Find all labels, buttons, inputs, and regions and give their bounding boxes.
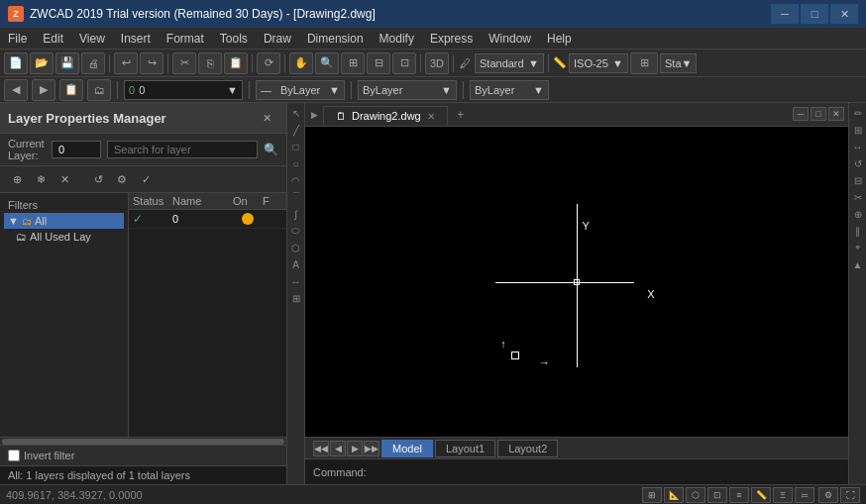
model-tab[interactable]: Model [381, 440, 433, 457]
open-btn[interactable]: 📂 [30, 52, 54, 74]
polar-btn[interactable]: ⬡ [686, 487, 705, 503]
menu-modify[interactable]: Modify [372, 28, 422, 49]
canvas-close-btn[interactable]: ✕ [828, 107, 844, 121]
ellipse-tool[interactable]: ⬭ [288, 223, 304, 239]
pan-btn[interactable]: ✋ [289, 52, 313, 74]
menu-view[interactable]: View [71, 28, 113, 49]
menu-express[interactable]: Express [422, 28, 481, 49]
maximize-button[interactable]: □ [801, 4, 828, 24]
menu-file[interactable]: File [0, 28, 35, 49]
hatch-tool[interactable]: ⬡ [288, 240, 304, 255]
osnap-btn[interactable]: ⊡ [707, 487, 727, 503]
dyn-btn[interactable]: Ξ [773, 487, 793, 503]
filter-used-item[interactable]: 🗂 All Used Lay [4, 229, 124, 245]
panel-close-button[interactable]: ✕ [255, 107, 278, 129]
save-btn[interactable]: 💾 [55, 52, 79, 74]
panel-hscroll[interactable] [0, 437, 286, 445]
polyline-tool[interactable]: ⌒ [288, 189, 304, 205]
new-freeze-layer-btn[interactable]: ❄ [30, 169, 52, 189]
text-tool[interactable]: A [288, 256, 304, 272]
close-window-button[interactable]: ✕ [830, 4, 858, 24]
layer-row-0[interactable]: ✓ 0 [129, 210, 286, 229]
redo-btn[interactable]: ↪ [140, 52, 163, 74]
settings-btn[interactable]: ⚙ [111, 169, 133, 189]
layout1-tab[interactable]: Layout1 [435, 440, 495, 457]
menu-dimension[interactable]: Dimension [299, 28, 372, 49]
3d-btn[interactable]: 3D [425, 52, 449, 74]
extra-dropdown[interactable]: Sta▼ [660, 53, 697, 73]
layout2-tab[interactable]: Layout2 [497, 440, 558, 457]
apply-btn[interactable]: ✓ [135, 169, 157, 189]
lineweight-btn[interactable]: ═ [795, 487, 814, 503]
right-tool-1[interactable]: ✏ [850, 105, 866, 121]
minimize-button[interactable]: ─ [771, 4, 799, 24]
spline-tool[interactable]: ∫ [288, 206, 304, 222]
new-layer-btn[interactable]: ⊕ [6, 169, 28, 189]
filter-all-item[interactable]: ▼ 🗂 All [4, 213, 124, 229]
canvas-max-btn[interactable]: □ [811, 107, 826, 121]
print-btn[interactable]: 🖨 [81, 52, 105, 74]
bylayer-color-dropdown[interactable]: — ByLayer▼ [256, 80, 345, 100]
invert-filter-checkbox[interactable] [8, 450, 20, 461]
otrack-btn[interactable]: ≡ [729, 487, 749, 503]
zoom-btn[interactable]: 🔍 [315, 52, 339, 74]
override-btn[interactable]: ⊞ [630, 52, 658, 74]
right-tool-9[interactable]: ⌖ [850, 240, 866, 255]
tab-nav-prev[interactable]: ◀ [330, 441, 346, 456]
tab-close-icon[interactable]: ✕ [427, 111, 435, 122]
menu-draw[interactable]: Draw [256, 28, 299, 49]
zoom-win-btn[interactable]: ⊞ [341, 52, 365, 74]
dimstyle-dropdown[interactable]: ISO-25▼ [569, 53, 628, 73]
menu-insert[interactable]: Insert [113, 28, 159, 49]
command-input[interactable] [375, 466, 840, 478]
arc-tool[interactable]: ◠ [288, 172, 304, 188]
circle-tool[interactable]: ○ [288, 155, 304, 171]
undo-btn[interactable]: ↩ [114, 52, 138, 74]
menu-help[interactable]: Help [539, 28, 580, 49]
ortho-btn[interactable]: 📐 [664, 487, 684, 503]
layer-state-btn[interactable]: 📋 [59, 79, 83, 101]
tab-drawing2[interactable]: 🗒 Drawing2.dwg ✕ [323, 106, 448, 126]
new-tab-icon[interactable]: + [457, 108, 464, 122]
layer-select-dropdown[interactable]: 0 0 ▼ [124, 80, 243, 100]
paste-btn[interactable]: 📋 [224, 52, 248, 74]
right-tool-2[interactable]: ⊞ [850, 122, 866, 138]
menu-tools[interactable]: Tools [212, 28, 256, 49]
delete-layer-btn[interactable]: ✕ [54, 169, 75, 189]
right-tool-4[interactable]: ↺ [850, 155, 866, 171]
canvas-min-btn[interactable]: ─ [793, 107, 809, 121]
snap-btn[interactable]: ⊞ [642, 487, 662, 503]
copy-btn[interactable]: ⎘ [198, 52, 222, 74]
new-btn[interactable]: 📄 [4, 52, 28, 74]
right-tool-6[interactable]: ✂ [850, 189, 866, 205]
right-tool-10[interactable]: ▲ [850, 256, 866, 272]
right-tool-8[interactable]: ∥ [850, 223, 866, 239]
menu-edit[interactable]: Edit [35, 28, 71, 49]
bylayer-line-dropdown[interactable]: ByLayer▼ [358, 80, 457, 100]
match-prop-btn[interactable]: ⟳ [257, 52, 280, 74]
layer-next-btn[interactable]: ▶ [32, 79, 55, 101]
bylayer-lw-dropdown[interactable]: ByLayer▼ [470, 80, 549, 100]
rect-tool[interactable]: □ [288, 139, 304, 154]
style-dropdown[interactable]: Standard▼ [475, 53, 544, 73]
tab-nav-next[interactable]: ▶ [347, 441, 363, 456]
drawing-canvas[interactable]: Y X ↑ → [305, 127, 848, 437]
search-layer-input[interactable] [107, 141, 258, 158]
fullscreen-btn[interactable]: ⛶ [840, 487, 860, 503]
ducs-btn[interactable]: 📏 [751, 487, 771, 503]
menu-format[interactable]: Format [159, 28, 212, 49]
line-tool[interactable]: ╱ [288, 122, 304, 138]
right-tool-7[interactable]: ⊕ [850, 206, 866, 222]
block-tool[interactable]: ⊞ [288, 290, 304, 306]
tab-nav-first[interactable]: ◀◀ [313, 441, 329, 456]
refresh-btn[interactable]: ↺ [87, 169, 109, 189]
right-tool-3[interactable]: ↔ [850, 139, 866, 154]
menu-window[interactable]: Window [481, 28, 539, 49]
tab-nav-last[interactable]: ▶▶ [364, 441, 379, 456]
zoom-prev-btn[interactable]: ⊟ [367, 52, 390, 74]
select-tool[interactable]: ↖ [288, 105, 304, 121]
right-tool-5[interactable]: ⊟ [850, 172, 866, 188]
zoom-all-btn[interactable]: ⊡ [392, 52, 416, 74]
settings-cog-btn[interactable]: ⚙ [818, 487, 838, 503]
layer-mgr-btn[interactable]: 🗂 [87, 79, 111, 101]
